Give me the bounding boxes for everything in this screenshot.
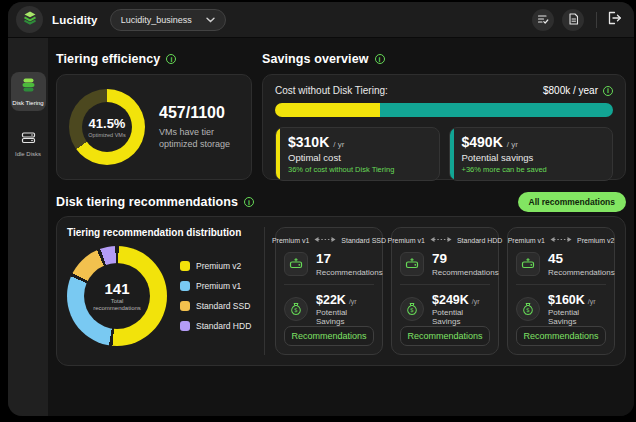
optimal-cost-label: Optimal cost — [288, 152, 429, 163]
optimized-percent: 41.5% — [89, 116, 126, 131]
legend-label: Standard SSD — [196, 301, 250, 311]
tier-from-label: Premium v1 — [508, 237, 545, 244]
optimized-percent-label: Optimized VMs — [88, 132, 125, 138]
distribution-donut: 141 Total recommendations — [67, 246, 167, 346]
tier-cards-row: Premium v1 Standard SSD 17 Recommendatio… — [275, 227, 615, 355]
recommendations-button[interactable]: Recommendations — [400, 326, 490, 346]
savings-overview-card: Cost without Disk Tiering: $800k / year … — [262, 74, 626, 180]
money-bag-icon: $ — [516, 297, 540, 321]
legend-item-standard-hdd: Standard HDD — [180, 321, 251, 331]
logout-icon — [607, 11, 622, 29]
tier-count: 45 — [548, 252, 615, 267]
tier-savings: $160K — [548, 293, 585, 307]
svg-text:$: $ — [410, 306, 414, 313]
tier-to-label: Standard SSD — [341, 237, 386, 244]
cost-without-tiering-label: Cost without Disk Tiering: — [275, 85, 388, 96]
legend-swatch — [180, 281, 190, 291]
tier-count-label: Recommendations — [548, 268, 615, 277]
bidirectional-arrow-icon — [429, 236, 453, 244]
legend-label: Premium v1 — [196, 281, 241, 291]
potential-savings-stat: $490K / yr Potential savings +36% more c… — [449, 127, 614, 181]
tiering-efficiency-donut: 41.5% Optimized VMs — [69, 89, 145, 165]
optimal-cost-unit: / yr — [333, 140, 344, 149]
all-recommendations-button[interactable]: All recommendations — [518, 192, 626, 212]
tier-from-label: Premium v1 — [272, 237, 309, 244]
recommendations-button[interactable]: Recommendations — [516, 326, 606, 346]
recommendations-title: Disk tiering recommendations — [56, 195, 238, 209]
cost-bar — [275, 103, 613, 117]
vm-ratio-label: VMs have tier optimized storage — [159, 127, 243, 150]
legend-label: Standard HDD — [196, 321, 251, 331]
total-recommendations-label: Total recommendations — [89, 298, 145, 312]
yellow-accent-bar — [276, 128, 280, 180]
sidebar-item-disk-tiering[interactable]: Disk Tiering — [11, 72, 46, 111]
svg-text:$: $ — [294, 306, 298, 313]
potential-savings-value: $490K — [462, 134, 503, 150]
layers-logo-icon — [22, 10, 38, 30]
idle-disk-icon — [21, 130, 36, 148]
info-icon[interactable]: i — [244, 197, 254, 207]
disk-recommendation-icon — [516, 252, 540, 276]
main-content: Tiering efficiency i 41.5% Optimized VMs… — [48, 38, 634, 416]
cost-total-value: $800k / year — [543, 85, 598, 96]
legend-item-premium-v2: Premium v2 — [180, 261, 251, 271]
cost-bar-savings-segment — [380, 103, 613, 117]
tier-savings-label: Potential Savings — [548, 308, 606, 326]
potential-savings-note: +36% more can be saved — [462, 165, 603, 174]
topbar: Lucidity Lucidity_business — [8, 2, 634, 38]
recommendations-button[interactable]: Recommendations — [284, 326, 374, 346]
document-icon — [568, 11, 579, 29]
tier-savings: $22K — [316, 293, 346, 307]
vm-ratio: 457/1100 — [159, 104, 243, 122]
logout-button[interactable] — [607, 11, 622, 29]
tier-to-label: Premium v2 — [577, 237, 614, 244]
sidebar-item-label: Disk Tiering — [12, 100, 43, 107]
sidebar-item-idle-disks[interactable]: Idle Disks — [11, 125, 46, 162]
tier-savings-unit: /yr — [349, 298, 357, 305]
tiering-efficiency-card: 41.5% Optimized VMs 457/1100 VMs have ti… — [56, 74, 252, 180]
disk-recommendation-icon — [400, 252, 424, 276]
tier-count-label: Recommendations — [432, 268, 499, 277]
info-icon[interactable]: i — [375, 54, 385, 64]
potential-savings-label: Potential savings — [462, 152, 603, 163]
tier-card-premium-v1-standard-ssd: Premium v1 Standard SSD 17 Recommendatio… — [275, 227, 383, 355]
sidebar-item-label: Idle Disks — [15, 151, 41, 158]
activity-log-button[interactable] — [532, 9, 554, 31]
info-icon[interactable]: i — [166, 54, 176, 64]
legend-item-premium-v1: Premium v1 — [180, 281, 251, 291]
chevron-down-icon — [206, 15, 215, 25]
total-recommendations-value: 141 — [104, 280, 129, 297]
recommendations-card: Tiering recommendation distribution 141 … — [56, 216, 626, 366]
svg-text:$: $ — [526, 306, 530, 313]
bidirectional-arrow-icon — [549, 236, 573, 244]
topbar-divider — [596, 12, 597, 28]
distribution-legend: Premium v2 Premium v1 Standard SSD — [180, 261, 251, 331]
optimal-cost-stat: $310K / yr Optimal cost 36% of cost with… — [275, 127, 440, 181]
optimal-cost-value: $310K — [288, 134, 329, 150]
report-button[interactable] — [562, 9, 584, 31]
org-selector-dropdown[interactable]: Lucidity_business — [110, 9, 226, 31]
tier-savings-unit: /yr — [472, 298, 480, 305]
tier-card-premium-v1-standard-hdd: Premium v1 Standard HDD 79 Recommendatio… — [391, 227, 499, 355]
legend-item-standard-ssd: Standard SSD — [180, 301, 251, 311]
money-bag-icon: $ — [284, 297, 308, 321]
org-selector-value: Lucidity_business — [121, 15, 192, 25]
tier-count-label: Recommendations — [316, 268, 383, 277]
cost-bar-optimal-segment — [275, 103, 380, 117]
disk-recommendation-icon — [284, 252, 308, 276]
savings-overview-section: Savings overview i Cost without Disk Tie… — [262, 50, 626, 180]
app-window: Lucidity Lucidity_business — [8, 2, 634, 416]
teal-accent-bar — [450, 128, 454, 180]
tier-card-premium-v1-premium-v2: Premium v1 Premium v2 45 Recommendations — [507, 227, 615, 355]
tiering-efficiency-title: Tiering efficiency — [56, 52, 160, 66]
legend-swatch — [180, 301, 190, 311]
tier-count: 17 — [316, 252, 383, 267]
money-bag-icon: $ — [400, 297, 424, 321]
tier-to-label: Standard HDD — [457, 237, 503, 244]
list-check-icon — [537, 11, 549, 29]
savings-overview-title: Savings overview — [262, 52, 369, 66]
lucidity-logo — [16, 6, 43, 33]
optimal-cost-note: 36% of cost without Disk Tiering — [288, 165, 429, 174]
info-icon[interactable]: i — [603, 86, 613, 96]
distribution-panel: Tiering recommendation distribution 141 … — [67, 227, 265, 355]
